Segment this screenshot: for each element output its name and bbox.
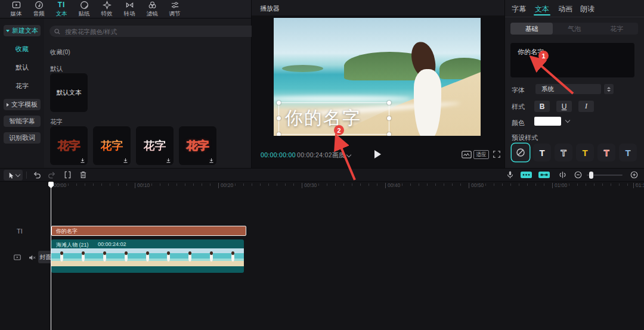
player-title: 播放器 bbox=[260, 4, 280, 13]
redo-icon[interactable] bbox=[48, 170, 57, 179]
preset-blue[interactable]: T bbox=[619, 144, 637, 161]
resize-handle[interactable] bbox=[387, 101, 391, 105]
link-clips-toggle-icon[interactable] bbox=[538, 170, 550, 179]
toolbar-item-media[interactable]: 媒体 bbox=[5, 0, 27, 18]
preset-glyph: T bbox=[582, 148, 587, 158]
text-library: 收藏(0) 默认 默认文本 花字 花字 花字 花字 花字 bbox=[44, 18, 251, 168]
bold-button[interactable]: B bbox=[534, 101, 550, 112]
underline-button[interactable]: U bbox=[556, 101, 572, 112]
delete-icon[interactable] bbox=[79, 170, 88, 179]
italic-button[interactable]: I bbox=[578, 101, 594, 112]
undo-icon[interactable] bbox=[32, 170, 41, 179]
toolbar-item-transition[interactable]: 转场 bbox=[118, 0, 141, 18]
filmstrip-thumbnail bbox=[222, 248, 244, 266]
preset-outline[interactable]: T bbox=[555, 144, 572, 161]
resize-handle[interactable] bbox=[277, 132, 281, 136]
timeline-ruler[interactable]: 00:00 00:10 00:20 00:30 00:40 00:50 01:0… bbox=[0, 182, 644, 190]
sidebar-item-fancy-text[interactable]: 花字 bbox=[16, 82, 29, 91]
video-preview[interactable]: 你的名字 bbox=[274, 18, 481, 136]
resize-handle[interactable] bbox=[277, 101, 281, 105]
fancy-text-card[interactable]: 花字 bbox=[93, 126, 131, 165]
snap-icon[interactable] bbox=[558, 170, 567, 179]
quality-dropdown[interactable]: 画质 bbox=[332, 151, 351, 160]
filter-icon bbox=[148, 1, 157, 10]
font-stepper[interactable] bbox=[604, 84, 614, 94]
download-icon[interactable] bbox=[166, 158, 171, 163]
resize-handle[interactable] bbox=[277, 116, 281, 120]
fancy-text-sample: 花字 bbox=[144, 138, 166, 154]
sidebar-item-text-templates[interactable]: 文字模板 bbox=[4, 99, 41, 110]
fancy-text-card[interactable]: 花字 bbox=[136, 126, 174, 165]
default-text-card[interactable]: 默认文本 bbox=[50, 73, 88, 112]
text-clip-label: 你的名字 bbox=[56, 228, 78, 235]
total-duration: 00:00:24:02 bbox=[297, 151, 332, 158]
subtab-basic[interactable]: 基础 bbox=[510, 23, 553, 35]
select-tool[interactable] bbox=[4, 170, 23, 180]
mute-track-icon[interactable] bbox=[28, 254, 36, 261]
toolbar-item-audio[interactable]: 音频 bbox=[27, 0, 50, 18]
toolbar-item-sticker[interactable]: 贴纸 bbox=[73, 0, 95, 18]
download-icon[interactable] bbox=[209, 158, 214, 163]
play-button[interactable] bbox=[374, 150, 381, 158]
preset-white[interactable]: T bbox=[533, 144, 551, 161]
fancy-card-row: 花字 花字 花字 花字 bbox=[50, 126, 216, 165]
tab-read-aloud[interactable]: 朗读 bbox=[580, 4, 595, 14]
color-dropdown-icon[interactable] bbox=[565, 118, 570, 123]
zoom-in-icon[interactable] bbox=[630, 170, 639, 179]
toolbar-item-text[interactable]: TI 文本 bbox=[50, 0, 73, 18]
filmstrip-thumbnail bbox=[179, 248, 201, 266]
ruler-label: 00:50 bbox=[469, 183, 484, 188]
subtab-bubble[interactable]: 气泡 bbox=[553, 23, 595, 35]
download-icon[interactable] bbox=[123, 158, 128, 163]
record-voiceover-icon[interactable] bbox=[506, 170, 515, 179]
mirror-preview-icon[interactable] bbox=[462, 151, 472, 158]
resize-handle[interactable] bbox=[387, 132, 391, 136]
fit-button[interactable]: 适应 bbox=[473, 150, 489, 159]
track-main-icon[interactable] bbox=[13, 253, 21, 261]
sidebar-item-new-text[interactable]: 新建文本 bbox=[4, 25, 41, 36]
toolbar-item-adjust[interactable]: 调节 bbox=[163, 0, 186, 18]
auto-captions-toggle-icon[interactable] bbox=[520, 170, 532, 179]
text-content-input[interactable]: 你的名字 bbox=[510, 43, 634, 77]
zoom-out-icon[interactable] bbox=[574, 170, 583, 179]
overlay-text[interactable]: 你的名字 bbox=[285, 106, 361, 130]
sidebar-item-recognize-lyrics[interactable]: 识别歌词 bbox=[4, 132, 41, 144]
subtab-fancy[interactable]: 花字 bbox=[596, 23, 638, 35]
filmstrip-thumbnail bbox=[201, 248, 222, 266]
video-editor-app: 媒体 音频 TI 文本 贴纸 特效 转场 bbox=[0, 0, 644, 330]
person-dress bbox=[414, 69, 441, 136]
quality-label: 画质 bbox=[332, 151, 345, 160]
sidebar-item-smart-subtitles[interactable]: 智能字幕 bbox=[4, 116, 41, 127]
resize-handle[interactable] bbox=[387, 116, 391, 120]
fancy-text-card[interactable]: 花字 bbox=[179, 126, 216, 165]
sidebar-item-favorites[interactable]: 收藏 bbox=[16, 45, 29, 54]
fullscreen-icon[interactable] bbox=[493, 150, 501, 158]
sidebar-item-default[interactable]: 默认 bbox=[16, 63, 29, 72]
media-library-panel: 媒体 音频 TI 文本 贴纸 特效 转场 bbox=[0, 0, 251, 168]
preset-none[interactable] bbox=[512, 144, 530, 161]
preset-yellow[interactable]: T bbox=[576, 144, 594, 161]
split-icon[interactable] bbox=[63, 170, 72, 179]
ruler-label: 01:00 bbox=[552, 183, 567, 188]
video-clip-footer bbox=[51, 266, 244, 273]
text-clip[interactable]: 你的名字 bbox=[51, 226, 246, 236]
toolbar-item-filter[interactable]: 滤镜 bbox=[141, 0, 163, 18]
tab-text[interactable]: 文本 bbox=[535, 4, 549, 14]
fancy-text-card[interactable]: 花字 bbox=[50, 126, 88, 165]
video-clip[interactable]: 海滩人物 (21) 00:00:24:02 bbox=[51, 239, 244, 273]
toolbar-item-effects[interactable]: 特效 bbox=[95, 0, 118, 18]
color-swatch[interactable] bbox=[534, 117, 561, 126]
tab-subtitles[interactable]: 字幕 bbox=[512, 4, 526, 14]
timeline-zoom-handle[interactable] bbox=[589, 172, 593, 179]
tab-animation[interactable]: 动画 bbox=[558, 4, 572, 14]
search-input[interactable] bbox=[49, 26, 259, 37]
ruler-label: 00:10 bbox=[135, 183, 150, 188]
media-icon bbox=[12, 1, 21, 10]
download-icon[interactable] bbox=[80, 158, 85, 163]
divider bbox=[505, 17, 644, 17]
playhead[interactable] bbox=[51, 182, 51, 330]
transition-icon bbox=[125, 1, 134, 10]
preset-red[interactable]: T bbox=[597, 144, 615, 161]
font-select[interactable]: 系统 bbox=[535, 84, 601, 94]
text-sidebar: 新建文本 收藏 默认 花字 文字模板 智能字幕 识别歌词 bbox=[0, 18, 44, 168]
